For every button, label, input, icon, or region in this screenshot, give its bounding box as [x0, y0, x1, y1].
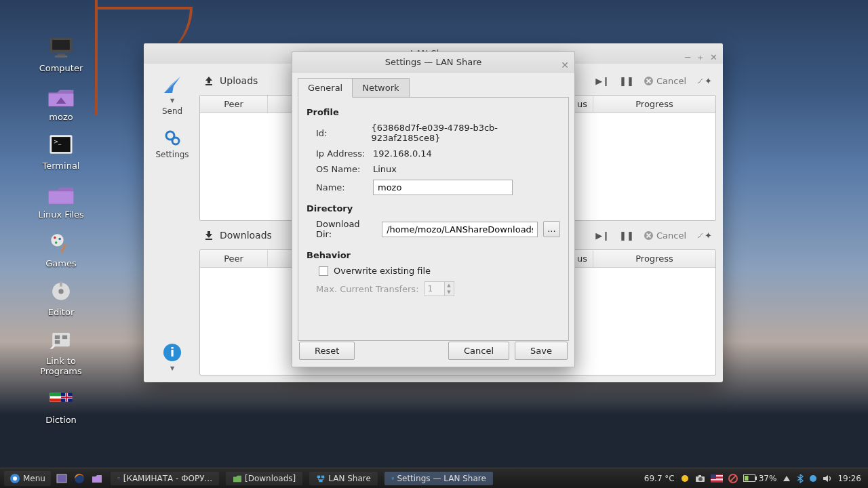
tab-network[interactable]: Network	[352, 78, 409, 98]
col-peer[interactable]: Peer	[200, 250, 268, 267]
browse-button[interactable]: ...	[543, 221, 560, 237]
overwrite-checkbox[interactable]	[319, 266, 328, 276]
gear-icon	[163, 128, 182, 147]
col-peer[interactable]: Peer	[200, 96, 268, 113]
tab-general[interactable]: General	[298, 78, 353, 98]
resume-icon[interactable]: ▶❙	[595, 76, 610, 86]
svg-rect-16	[55, 336, 60, 340]
temperature-indicator[interactable]: 69.7 °C	[644, 474, 675, 483]
svg-rect-33	[205, 239, 212, 240]
svg-rect-26	[66, 393, 67, 402]
desktop-icon-home[interactable]: mozo	[27, 83, 95, 122]
updates-icon[interactable]	[809, 474, 817, 483]
desktop-icon-link-programs[interactable]: Link to Programs	[27, 327, 95, 376]
battery-indicator[interactable]: 37%	[743, 474, 777, 483]
downloads-cancel-button[interactable]: Cancel	[644, 230, 686, 241]
svg-rect-41	[321, 475, 324, 478]
cancel-button[interactable]: Cancel	[448, 342, 509, 360]
desktop-icon-label: Editor	[48, 307, 74, 317]
save-button[interactable]: Save	[515, 342, 568, 360]
desktop-icon-games[interactable]: Games	[27, 229, 95, 268]
directory-heading: Directory	[307, 203, 560, 214]
cancel-label: Cancel	[656, 230, 686, 241]
overwrite-label: Overwrite existing file	[334, 266, 431, 276]
max-transfers-label: Max. Current Transfers:	[316, 284, 419, 294]
task-downloads[interactable]: [Downloads]	[226, 472, 302, 485]
resume-icon[interactable]: ▶❙	[595, 230, 610, 241]
network-icon[interactable]	[782, 474, 791, 483]
col-progress[interactable]: Progress	[593, 250, 715, 267]
svg-point-46	[682, 475, 688, 482]
max-transfers-spinner[interactable]: ▲▼	[425, 281, 454, 296]
reset-button[interactable]: Reset	[299, 342, 355, 360]
os-label: OS Name:	[316, 164, 366, 174]
desktop-icon-computer[interactable]: Computer	[27, 34, 95, 73]
camera-icon[interactable]	[695, 474, 705, 483]
task-browser[interactable]: [КАМИНАТА - ФОРУ...	[111, 472, 219, 485]
disconnect-icon[interactable]	[728, 474, 738, 483]
behavior-heading: Behavior	[307, 250, 560, 260]
settings-button[interactable]: Settings	[155, 128, 189, 159]
desktop-icon-label: Linux Files	[38, 209, 84, 220]
task-settings-lanshare[interactable]: Settings — LAN Share	[384, 472, 493, 485]
svg-point-10	[55, 241, 58, 244]
name-label: Name:	[316, 182, 366, 192]
info-button[interactable]: i ▼	[162, 342, 182, 371]
task-label: LAN Share	[328, 474, 371, 483]
svg-point-62	[810, 475, 816, 482]
cancel-label: Cancel	[656, 76, 686, 86]
close-icon[interactable]: ✕	[710, 47, 717, 68]
ip-label: Ip Address:	[316, 148, 366, 159]
minimize-icon[interactable]: ─	[685, 47, 690, 68]
svg-rect-21	[50, 399, 62, 402]
desktop-icon-label: Games	[45, 258, 76, 268]
pause-icon[interactable]: ❚❚	[619, 230, 634, 241]
clear-icon[interactable]: ⟋✦	[696, 76, 712, 86]
uploads-cancel-button[interactable]: Cancel	[644, 76, 686, 86]
maximize-icon[interactable]: ＋	[696, 47, 705, 68]
show-desktop-icon[interactable]	[55, 472, 68, 485]
desktop-icon-editor[interactable]: Editor	[27, 278, 95, 317]
clear-icon[interactable]: ⟋✦	[696, 230, 712, 241]
svg-rect-55	[711, 481, 723, 481]
keyboard-layout-us[interactable]	[711, 474, 723, 483]
max-transfers-input[interactable]	[425, 282, 444, 296]
svg-rect-37	[57, 474, 66, 483]
desktop-icon-terminal[interactable]: >_ Terminal	[27, 131, 95, 171]
id-label: Id:	[316, 128, 364, 138]
start-menu-button[interactable]: Menu	[4, 471, 51, 486]
pause-icon[interactable]: ❚❚	[619, 76, 634, 86]
send-button[interactable]: ▼ Send	[162, 75, 182, 116]
name-input[interactable]	[373, 180, 513, 195]
svg-point-7	[51, 234, 63, 246]
weather-icon[interactable]	[680, 474, 690, 483]
svg-point-9	[58, 238, 61, 241]
chevron-up-icon[interactable]: ▲	[445, 282, 454, 289]
desktop-icon-label: Terminal	[43, 161, 80, 171]
folder-icon	[233, 474, 242, 483]
tabpanel-general: Profile Id:{63868d7f-e039-4789-b3cb-923a…	[298, 97, 569, 341]
desktop-icon-diction[interactable]: Diction	[27, 386, 95, 425]
svg-rect-15	[52, 333, 70, 346]
download-icon	[203, 230, 214, 241]
upload-icon	[203, 75, 214, 86]
download-dir-input[interactable]	[382, 222, 538, 237]
svg-rect-54	[711, 479, 723, 480]
dialog-titlebar[interactable]: Settings — LAN Share ✕	[292, 52, 574, 73]
desktop-icon-linux-files[interactable]: Linux Files	[27, 180, 95, 220]
bluetooth-icon[interactable]	[797, 474, 804, 483]
chevron-down-icon[interactable]: ▼	[445, 289, 454, 296]
info-icon: i	[162, 342, 182, 363]
firefox-icon[interactable]	[73, 472, 86, 485]
col-progress[interactable]: Progress	[593, 96, 715, 113]
volume-icon[interactable]	[823, 474, 832, 483]
svg-rect-56	[711, 474, 716, 479]
files-icon[interactable]	[90, 472, 104, 485]
clock[interactable]: 19:26	[837, 474, 861, 483]
desktop-icon-label: mozo	[49, 112, 73, 122]
task-lanshare[interactable]: LAN Share	[309, 472, 378, 485]
settings-label: Settings	[155, 150, 189, 159]
close-icon[interactable]: ✕	[561, 55, 569, 75]
svg-point-13	[58, 289, 63, 293]
sidebar: ▼ Send Settings i ▼	[151, 70, 194, 375]
